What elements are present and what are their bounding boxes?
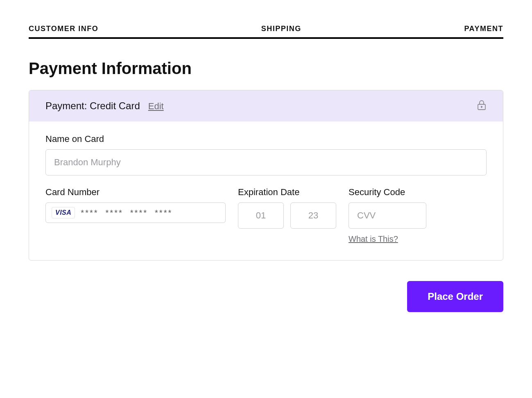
expiration-year-input[interactable] — [290, 202, 336, 229]
security-code-input[interactable] — [349, 202, 426, 229]
edit-link[interactable]: Edit — [148, 101, 164, 112]
expiration-month-input[interactable] — [238, 202, 284, 229]
card-number-input[interactable] — [81, 208, 220, 218]
step-shipping[interactable]: SHIPPING — [261, 25, 301, 33]
panel-header: Payment: Credit Card Edit — [29, 90, 503, 121]
security-code-label: Security Code — [349, 187, 426, 198]
card-number-field[interactable]: VISA — [45, 202, 226, 223]
expiration-date-label: Expiration Date — [238, 187, 336, 198]
page-title: Payment Information — [29, 59, 503, 78]
checkout-steps: CUSTOMER INFO SHIPPING PAYMENT — [29, 25, 503, 39]
name-on-card-label: Name on Card — [45, 134, 487, 144]
step-payment[interactable]: PAYMENT — [464, 25, 503, 33]
card-number-label: Card Number — [45, 187, 226, 198]
panel-header-title: Payment: Credit Card — [45, 100, 140, 112]
payment-panel: Payment: Credit Card Edit Name on Card C… — [29, 90, 503, 261]
lock-icon — [477, 99, 487, 112]
place-order-button[interactable]: Place Order — [407, 281, 503, 312]
what-is-this-link[interactable]: What is This? — [349, 234, 398, 244]
panel-body: Name on Card Card Number VISA Expiration… — [29, 121, 503, 260]
visa-icon: VISA — [52, 207, 75, 218]
footer-actions: Place Order — [29, 281, 503, 312]
name-on-card-input[interactable] — [45, 149, 487, 175]
step-customer-info[interactable]: CUSTOMER INFO — [29, 25, 98, 33]
